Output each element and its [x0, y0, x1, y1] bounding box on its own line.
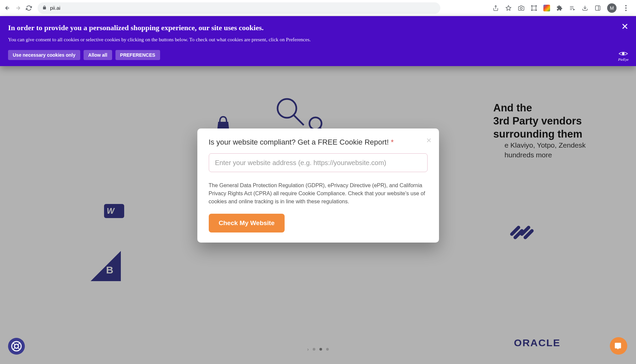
modal-title: Is your website compliant? Get a FREE Co… — [209, 138, 428, 147]
check-website-button[interactable]: Check My Website — [209, 214, 285, 232]
lifebuoy-icon — [11, 341, 22, 352]
playlist-icon[interactable] — [569, 5, 576, 11]
modal-close-button[interactable]: × — [426, 135, 431, 146]
modal-title-text: Is your website compliant? Get a FREE Co… — [209, 138, 391, 146]
pieeye-text: PieEye — [618, 57, 629, 61]
bookmark-icon[interactable] — [505, 5, 512, 11]
svg-rect-5 — [595, 6, 600, 10]
url-text: pii.ai — [50, 5, 60, 11]
allow-all-button[interactable]: Allow all — [84, 50, 112, 60]
svg-point-9 — [625, 10, 627, 11]
svg-line-19 — [13, 348, 15, 350]
required-asterisk: * — [391, 138, 394, 146]
pieeye-logo: PieEye — [618, 50, 629, 61]
svg-point-0 — [520, 7, 522, 9]
share-icon[interactable] — [492, 5, 499, 11]
frame-icon[interactable] — [531, 5, 537, 11]
address-bar[interactable]: pii.ai — [38, 2, 440, 14]
panel-icon[interactable] — [594, 5, 601, 11]
camera-icon[interactable] — [518, 5, 525, 11]
preferences-button[interactable]: PREFERENCES — [115, 50, 160, 60]
svg-line-18 — [18, 343, 20, 345]
page-content: And the 3rd Party vendors surrounding th… — [0, 16, 636, 364]
svg-rect-1 — [532, 6, 536, 10]
svg-point-8 — [625, 7, 627, 9]
svg-line-17 — [13, 343, 15, 345]
cookie-banner-buttons: Use necessary cookies only Allow all PRE… — [8, 50, 628, 60]
profile-avatar[interactable]: M — [607, 3, 617, 13]
chat-icon — [614, 342, 623, 350]
nav-buttons — [4, 5, 32, 11]
back-button[interactable] — [4, 5, 11, 11]
website-address-input[interactable] — [209, 153, 428, 172]
reload-button[interactable] — [26, 5, 32, 11]
menu-icon[interactable] — [623, 5, 629, 11]
cookie-report-modal: × Is your website compliant? Get a FREE … — [197, 128, 439, 243]
necessary-cookies-button[interactable]: Use necessary cookies only — [8, 50, 80, 60]
cookie-banner-title: In order to provide you a personalized s… — [8, 23, 628, 32]
forward-button[interactable] — [15, 5, 21, 11]
lock-icon — [42, 5, 47, 11]
svg-point-14 — [622, 53, 624, 55]
cookie-banner-text: You can give consent to all cookies or s… — [8, 37, 628, 43]
help-float-button[interactable] — [8, 338, 25, 355]
extension-icon-1[interactable] — [543, 5, 550, 11]
browser-chrome: pii.ai M — [0, 0, 636, 16]
svg-point-16 — [14, 344, 18, 348]
extensions-icon[interactable] — [556, 5, 563, 11]
chat-float-button[interactable] — [610, 337, 627, 355]
toolbar-icons: M — [492, 3, 632, 13]
cookie-banner-close-button[interactable]: ✕ — [621, 21, 629, 32]
svg-point-7 — [625, 5, 627, 6]
cookie-consent-banner: ✕ In order to provide you a personalized… — [0, 16, 636, 66]
download-icon[interactable] — [582, 5, 588, 11]
modal-description: The General Data Protection Regulation (… — [209, 181, 428, 206]
svg-line-20 — [18, 348, 20, 350]
